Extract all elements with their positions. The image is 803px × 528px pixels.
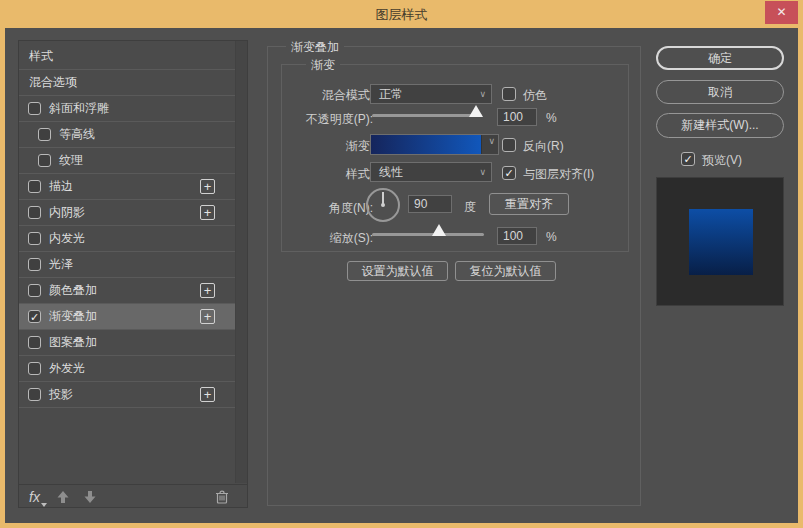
new-style-button[interactable]: 新建样式(W)... <box>656 113 784 138</box>
sidebar-item-label: 颜色叠加 <box>49 282 97 299</box>
dialog-body: 样式混合选项斜面和浮雕等高线纹理描边+内阴影+内发光光泽颜色叠加+✓渐变叠加+图… <box>5 28 798 523</box>
sidebar-item[interactable]: 纹理 <box>19 148 235 174</box>
style-checkbox[interactable] <box>38 128 51 141</box>
gradient-picker[interactable]: ∨ <box>370 134 499 155</box>
dialog-title: 图层样式 <box>0 6 803 24</box>
opacity-input[interactable] <box>497 108 537 126</box>
blend-mode-value: 正常 <box>379 87 403 101</box>
sidebar-scrollbar[interactable] <box>235 41 247 483</box>
styles-sidebar: 样式混合选项斜面和浮雕等高线纹理描边+内阴影+内发光光泽颜色叠加+✓渐变叠加+图… <box>18 40 248 508</box>
angle-dial[interactable] <box>366 188 400 222</box>
add-effect-icon[interactable]: + <box>200 179 215 194</box>
blend-mode-label: 混合模式: <box>245 87 373 104</box>
style-checkbox[interactable] <box>28 232 41 245</box>
close-icon: ✕ <box>776 5 786 19</box>
fx-menu-button[interactable]: fx <box>29 489 40 505</box>
gradient-preview-thumbnail <box>689 209 753 275</box>
chevron-down-icon: ∨ <box>479 163 486 181</box>
style-checkbox[interactable]: ✓ <box>28 310 41 323</box>
angle-unit: 度 <box>464 199 476 216</box>
style-checkbox[interactable] <box>28 206 41 219</box>
add-effect-icon[interactable]: + <box>200 309 215 324</box>
chevron-down-icon: ∨ <box>488 136 495 146</box>
opacity-slider-thumb[interactable] <box>469 105 483 117</box>
delete-effect-icon[interactable] <box>215 489 229 504</box>
gradient-label: 渐变: <box>245 138 373 155</box>
sidebar-item[interactable]: 光泽 <box>19 252 235 278</box>
chevron-down-icon: ∨ <box>479 85 486 103</box>
sidebar-item[interactable]: 投影+ <box>19 382 235 408</box>
reset-alignment-button[interactable]: 重置对齐 <box>489 193 569 215</box>
align-with-layer-checkbox[interactable]: ✓ <box>502 166 516 180</box>
ok-button[interactable]: 确定 <box>656 46 784 70</box>
move-down-icon[interactable] <box>83 490 97 504</box>
cancel-button[interactable]: 取消 <box>656 80 784 104</box>
sidebar-item[interactable]: 混合选项 <box>19 70 235 96</box>
style-list: 样式混合选项斜面和浮雕等高线纹理描边+内阴影+内发光光泽颜色叠加+✓渐变叠加+图… <box>19 41 247 483</box>
style-dropdown[interactable]: 线性 ∨ <box>370 162 492 182</box>
sidebar-item[interactable]: ✓渐变叠加+ <box>19 304 235 330</box>
sidebar-item-label: 外发光 <box>49 360 85 377</box>
divider <box>481 135 482 154</box>
layer-style-dialog: 图层样式 ✕ 样式混合选项斜面和浮雕等高线纹理描边+内阴影+内发光光泽颜色叠加+… <box>0 0 803 528</box>
sidebar-item-label: 光泽 <box>49 256 73 273</box>
group-title: 渐变叠加 <box>286 39 344 56</box>
gradient-swatch[interactable] <box>371 135 481 154</box>
blend-mode-dropdown[interactable]: 正常 ∨ <box>370 84 492 104</box>
sidebar-item-label: 斜面和浮雕 <box>49 100 109 117</box>
sidebar-item-label: 纹理 <box>59 152 83 169</box>
style-checkbox[interactable] <box>28 284 41 297</box>
sidebar-footer: fx <box>19 484 247 508</box>
sidebar-item-label: 等高线 <box>59 126 95 143</box>
sidebar-item[interactable]: 内发光 <box>19 226 235 252</box>
sidebar-item-label: 内阴影 <box>49 204 85 221</box>
angle-input[interactable] <box>408 195 452 213</box>
add-effect-icon[interactable]: + <box>200 387 215 402</box>
style-checkbox[interactable] <box>28 388 41 401</box>
opacity-label: 不透明度(P): <box>245 111 373 128</box>
add-effect-icon[interactable]: + <box>200 283 215 298</box>
scale-unit: % <box>546 230 557 244</box>
sidebar-item[interactable]: 等高线 <box>19 122 235 148</box>
preview-label: 预览(V) <box>702 152 742 169</box>
sidebar-item-label: 渐变叠加 <box>49 308 97 325</box>
close-button[interactable]: ✕ <box>765 1 798 24</box>
scale-slider-thumb[interactable] <box>432 224 446 236</box>
style-checkbox[interactable] <box>28 180 41 193</box>
align-with-layer-label: 与图层对齐(I) <box>523 166 594 183</box>
sidebar-item-label: 混合选项 <box>29 74 77 91</box>
move-up-icon[interactable] <box>56 490 70 504</box>
preview-panel <box>656 177 784 306</box>
inner-group-title: 渐变 <box>306 57 340 74</box>
reset-to-default-button[interactable]: 复位为默认值 <box>455 261 556 281</box>
style-value: 线性 <box>379 165 403 179</box>
add-effect-icon[interactable]: + <box>200 205 215 220</box>
style-checkbox[interactable] <box>28 336 41 349</box>
sidebar-item[interactable]: 描边+ <box>19 174 235 200</box>
opacity-unit: % <box>546 111 557 125</box>
sidebar-item[interactable]: 外发光 <box>19 356 235 382</box>
dither-label: 仿色 <box>523 87 547 104</box>
sidebar-item[interactable]: 图案叠加 <box>19 330 235 356</box>
sidebar-item[interactable]: 内阴影+ <box>19 200 235 226</box>
make-default-button[interactable]: 设置为默认值 <box>347 261 448 281</box>
sidebar-item[interactable]: 颜色叠加+ <box>19 278 235 304</box>
preview-checkbox[interactable]: ✓ <box>681 152 695 166</box>
sidebar-item[interactable]: 样式 <box>19 44 235 70</box>
titlebar[interactable]: 图层样式 ✕ <box>0 0 803 28</box>
opacity-slider[interactable] <box>372 114 482 117</box>
reverse-checkbox[interactable] <box>502 138 516 152</box>
scale-slider[interactable] <box>372 233 484 236</box>
scale-input[interactable] <box>497 227 537 245</box>
style-label: 样式: <box>245 166 373 183</box>
sidebar-item[interactable]: 斜面和浮雕 <box>19 96 235 122</box>
dither-checkbox[interactable] <box>502 87 516 101</box>
style-checkbox[interactable] <box>28 362 41 375</box>
style-checkbox[interactable] <box>28 258 41 271</box>
style-checkbox[interactable] <box>28 102 41 115</box>
style-checkbox[interactable] <box>38 154 51 167</box>
scale-label: 缩放(S): <box>245 230 373 247</box>
sidebar-item-label: 投影 <box>49 386 73 403</box>
sidebar-item-label: 图案叠加 <box>49 334 97 351</box>
sidebar-item-label: 样式 <box>29 48 53 65</box>
